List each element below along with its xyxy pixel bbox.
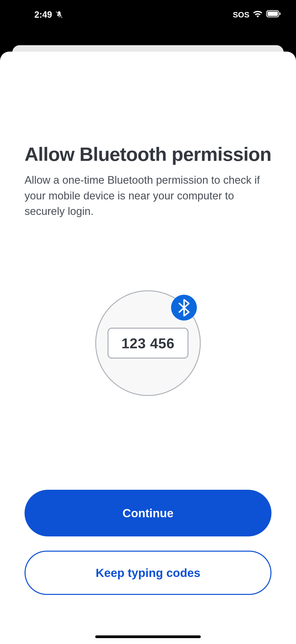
continue-button[interactable]: Continue [24,490,272,536]
illustration-code-box: 123 456 [107,328,189,358]
wifi-icon [253,10,263,20]
permission-sheet: Allow Bluetooth permission Allow a one-t… [0,52,296,644]
bell-muted-icon [55,10,63,19]
keep-typing-codes-button[interactable]: Keep typing codes [24,551,272,595]
page-subtitle: Allow a one-time Bluetooth permission to… [24,172,272,219]
status-time: 2:49 [34,10,52,20]
svg-rect-3 [268,12,278,16]
home-indicator[interactable] [95,636,201,638]
code-illustration: 123 456 [95,290,201,396]
battery-icon [266,10,281,20]
illustration-container: 123 456 [24,290,272,396]
status-bar: 2:49 SOS [0,0,296,30]
page-title: Allow Bluetooth permission [24,142,272,166]
bluetooth-icon [171,295,197,320]
buttons-container: Continue Keep typing codes [24,490,272,595]
status-bar-right: SOS [233,10,284,20]
status-bar-left: 2:49 [12,10,63,20]
svg-rect-4 [280,12,281,15]
sos-label: SOS [233,10,249,20]
